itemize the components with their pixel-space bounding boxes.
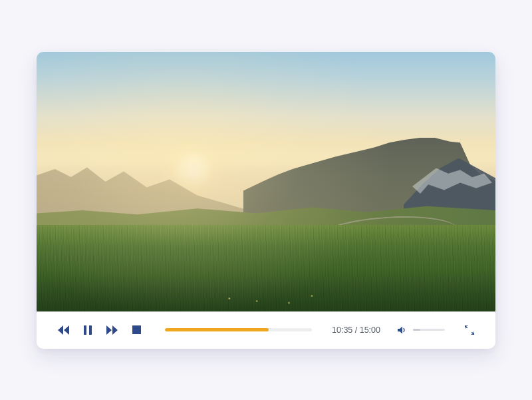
playback-buttons: [55, 323, 144, 337]
time-display: 10:35 / 15:00: [332, 325, 380, 335]
volume-bar[interactable]: [413, 329, 445, 331]
fullscreen-button[interactable]: [462, 323, 477, 337]
volume-icon: [398, 326, 406, 334]
pause-icon: [84, 325, 92, 335]
rewind-button[interactable]: [55, 323, 72, 337]
fullscreen-icon: [465, 325, 474, 335]
stop-button[interactable]: [130, 323, 144, 337]
volume-bar-fill: [413, 329, 420, 331]
scene-grass-texture: [37, 225, 495, 311]
seek-bar[interactable]: [165, 328, 312, 331]
video-frame[interactable]: [37, 52, 495, 311]
volume-button[interactable]: [395, 323, 409, 337]
svg-rect-2: [132, 325, 141, 334]
volume-group: [395, 323, 445, 337]
fast-forward-button[interactable]: [104, 323, 120, 337]
rewind-icon: [58, 325, 69, 335]
scene-meadow: [37, 225, 495, 311]
svg-rect-0: [84, 325, 86, 335]
pause-button[interactable]: [81, 323, 94, 337]
seek-bar-fill: [165, 328, 269, 331]
stop-icon: [132, 325, 141, 334]
controls-bar: 10:35 / 15:00: [37, 311, 495, 349]
video-player-card: 10:35 / 15:00: [37, 52, 495, 349]
svg-rect-1: [89, 325, 92, 335]
seek-group: [165, 328, 312, 331]
fast-forward-icon: [106, 325, 118, 335]
